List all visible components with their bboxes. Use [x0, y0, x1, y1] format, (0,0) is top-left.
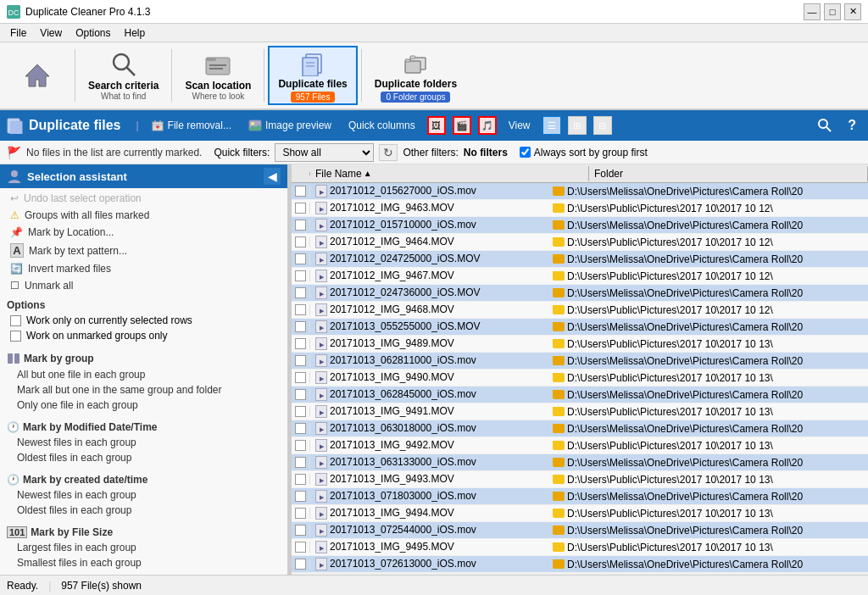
row-checkbox[interactable] [292, 355, 310, 366]
table-row[interactable]: ▶20171012_IMG_9463.MOVD:\Users\Public\Pi… [292, 200, 868, 217]
row-checkbox[interactable] [292, 287, 310, 298]
row-checkbox[interactable] [292, 406, 310, 417]
table-row[interactable]: ▶20171013_062811000_iOS.movD:\Users\Meli… [292, 353, 868, 370]
row-checkbox[interactable] [292, 203, 310, 214]
view-list-icon[interactable]: ☰ [542, 116, 561, 135]
row-checkbox[interactable] [292, 508, 310, 519]
always-sort-checkbox[interactable] [520, 147, 531, 158]
sidebar-smallest[interactable]: Smallest files in each group [0, 555, 287, 570]
close-button[interactable]: ✕ [844, 3, 861, 20]
toolbar-home-button[interactable] [3, 46, 71, 105]
maximize-button[interactable]: □ [824, 3, 841, 20]
table-row[interactable]: ▶20171013_062845000_iOS.movD:\Users\Meli… [292, 386, 868, 403]
table-row[interactable]: ▶20171013_IMG_9493.MOVD:\Users\Public\Pi… [292, 471, 868, 488]
toolbar-search-criteria-button[interactable]: Search criteria What to find [79, 46, 168, 105]
row-checkbox[interactable] [292, 525, 310, 536]
row-checkbox[interactable] [292, 440, 310, 451]
menu-view[interactable]: View [33, 25, 69, 41]
row-checkbox[interactable] [292, 457, 310, 468]
table-row[interactable]: ▶20171012_024736000_iOS.MOVD:\Users\Meli… [292, 285, 868, 302]
table-row[interactable]: ▶20171013_071803000_iOS.movD:\Users\Meli… [292, 488, 868, 505]
file-list-body[interactable]: ▶20171012_015627000_iOS.movD:\Users\Meli… [292, 183, 868, 575]
row-checkbox[interactable] [292, 220, 310, 231]
menu-options[interactable]: Options [69, 25, 117, 41]
table-row[interactable]: ▶20171012_IMG_9467.MOVD:\Users\Public\Pi… [292, 268, 868, 285]
sidebar-opt2[interactable]: Work on unmarked groups only [0, 328, 287, 343]
search-button[interactable] [812, 116, 837, 135]
quick-columns-button[interactable]: Quick columns [343, 118, 420, 133]
refresh-button[interactable]: ↻ [379, 144, 398, 161]
menu-file[interactable]: File [3, 25, 33, 41]
col-header-folder[interactable]: Folder [589, 166, 868, 181]
sort-icon: ▲ [364, 169, 372, 178]
sidebar-newest-modified[interactable]: Newest files in each group [0, 435, 287, 450]
row-checkbox[interactable] [292, 559, 310, 570]
qc-video-icon[interactable]: 🎬 [453, 116, 471, 135]
table-row[interactable]: ▶20171013_063133000_iOS.movD:\Users\Meli… [292, 454, 868, 471]
row-checkbox[interactable] [292, 389, 310, 400]
row-checkbox[interactable] [292, 270, 310, 281]
toolbar-scan-location-button[interactable]: Scan location Where to look [175, 46, 260, 105]
always-sort-label[interactable]: Always sort by group first [520, 147, 648, 158]
sidebar-largest[interactable]: Largest files in each group [0, 540, 287, 555]
sidebar-groups-all-marked[interactable]: ⚠ Groups with all files marked [0, 207, 287, 224]
table-row[interactable]: ▶20171013_IMG_9489.MOVD:\Users\Public\Pi… [292, 336, 868, 353]
col-header-filename[interactable]: File Name ▲ [310, 166, 589, 181]
opt2-checkbox[interactable] [10, 331, 21, 342]
row-checkbox[interactable] [292, 304, 310, 315]
sidebar-undo[interactable]: ↩ Undo last select operation [0, 190, 287, 207]
sidebar-unmark-all[interactable]: ☐ Unmark all [0, 277, 287, 294]
table-row[interactable]: ▶20171012_024725000_iOS.MOVD:\Users\Meli… [292, 251, 868, 268]
table-row[interactable]: ▶20171013_063018000_iOS.movD:\Users\Meli… [292, 420, 868, 437]
sidebar-mark-all-but-folder[interactable]: Mark all but one in the same group and f… [0, 382, 287, 398]
row-checkbox[interactable] [292, 186, 310, 197]
table-row[interactable]: ▶20171013_072544000_iOS.movD:\Users\Meli… [292, 522, 868, 539]
view-tile-icon[interactable]: ⊟ [593, 116, 612, 135]
row-checkbox[interactable] [292, 321, 310, 332]
sidebar-only-one[interactable]: Only one file in each group [0, 398, 287, 413]
table-row[interactable]: ▶20171013_IMG_9494.MOVD:\Users\Public\Pi… [292, 505, 868, 522]
table-row[interactable]: ▶20171013_072613000_iOS.movD:\Users\Meli… [292, 556, 868, 573]
sidebar-newest-created[interactable]: Newest files in each group [0, 487, 287, 503]
table-row[interactable]: ▶20171013_055255000_iOS.MOVD:\Users\Meli… [292, 319, 868, 336]
qc-audio-icon[interactable]: 🎵 [478, 116, 497, 135]
sidebar-opt1[interactable]: Work only on currently selected rows [0, 313, 287, 328]
table-row[interactable]: ▶20171013_IMG_9495.MOVD:\Users\Public\Pi… [292, 539, 868, 556]
menu-help[interactable]: Help [118, 25, 153, 41]
table-row[interactable]: ▶20171012_015710000_iOS.movD:\Users\Meli… [292, 217, 868, 234]
file-removal-button[interactable]: File removal... [146, 117, 236, 134]
row-checkbox[interactable] [292, 423, 310, 434]
sidebar-oldest-modified[interactable]: Oldest files in each group [0, 450, 287, 465]
toolbar-duplicate-files-button[interactable]: Duplicate files 957 Files [268, 46, 357, 105]
row-checkbox[interactable] [292, 372, 310, 383]
sidebar-oldest-created[interactable]: Oldest files in each group [0, 503, 287, 518]
table-row[interactable]: ▶20171013_IMG_9492.MOVD:\Users\Public\Pi… [292, 437, 868, 454]
table-row[interactable]: ▶20171012_IMG_9464.MOVD:\Users\Public\Pi… [292, 234, 868, 251]
help-button[interactable]: ? [843, 116, 861, 135]
table-row[interactable]: ▶20171013_IMG_9490.MOVD:\Users\Public\Pi… [292, 370, 868, 386]
sidebar-mark-location[interactable]: 📌 Mark by Location... [0, 224, 287, 241]
image-preview-button[interactable]: Image preview [243, 117, 337, 134]
toolbar-duplicate-folders-button[interactable]: Duplicate folders 0 Folder groups [365, 46, 466, 105]
qc-image-icon[interactable]: 🖼 [427, 116, 446, 135]
table-row[interactable]: ▶20171013_IMG_9491.MOVD:\Users\Public\Pi… [292, 403, 868, 420]
row-checkbox[interactable] [292, 542, 310, 553]
sidebar-mark-group-header: Mark by group [0, 348, 287, 367]
filter-bar: 🚩 No files in the list are currently mar… [0, 141, 868, 164]
row-checkbox[interactable] [292, 236, 310, 247]
row-checkbox[interactable] [292, 338, 310, 349]
row-checkbox[interactable] [292, 253, 310, 264]
view-details-icon[interactable]: ⊞ [568, 116, 587, 135]
table-row[interactable]: ▶20171012_015627000_iOS.movD:\Users\Meli… [292, 183, 868, 200]
row-checkbox[interactable] [292, 474, 310, 485]
table-row[interactable]: ▶20171012_IMG_9468.MOVD:\Users\Public\Pi… [292, 302, 868, 319]
quick-filters-select[interactable]: Show all Show marked Show unmarked [275, 143, 374, 162]
sidebar-mark-text[interactable]: A Mark by text pattern... [0, 241, 287, 260]
minimize-button[interactable]: — [804, 3, 821, 20]
folder-highlight-icon [553, 390, 565, 399]
opt1-checkbox[interactable] [10, 315, 21, 326]
sidebar-collapse-button[interactable]: ◀ [264, 168, 281, 185]
row-checkbox[interactable] [292, 491, 310, 502]
sidebar-all-but-one[interactable]: All but one file in each group [0, 367, 287, 382]
sidebar-invert[interactable]: 🔄 Invert marked files [0, 260, 287, 277]
